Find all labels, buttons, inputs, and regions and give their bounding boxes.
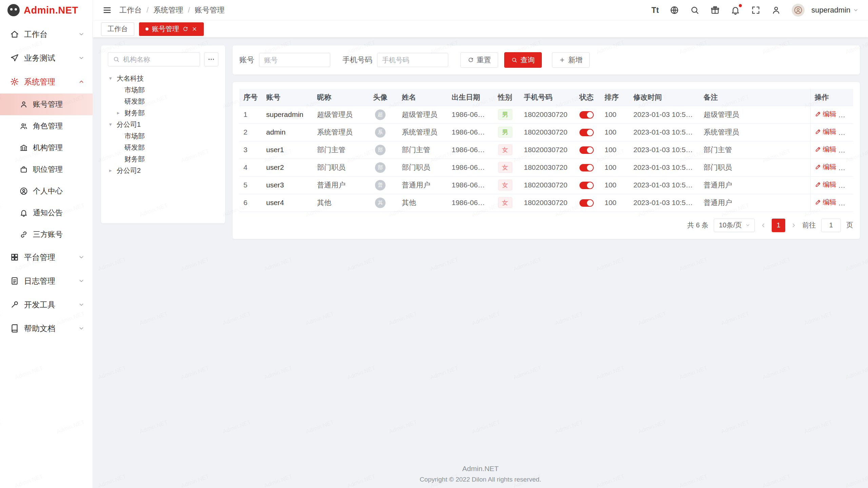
status-toggle[interactable] [579,129,594,136]
topbar: 工作台 / 系统管理 / 账号管理 Tt superadmin [93,0,868,20]
next-page-button[interactable] [791,222,797,228]
edit-button[interactable]: 编辑 [815,162,836,171]
sidebar-subitem-account-mgmt[interactable]: 账号管理 [0,94,93,115]
status-toggle[interactable] [579,182,594,189]
sidebar-subitem-role-mgmt[interactable]: 角色管理 [0,115,93,137]
sidebar-subitem-org-mgmt[interactable]: 机构管理 [0,137,93,159]
right-column: 账号 手机号码 重置 [233,45,860,239]
more-dots-icon [844,111,850,118]
search-icon[interactable] [690,5,699,15]
status-toggle[interactable] [579,199,594,207]
edit-icon [815,129,821,135]
chevron-up-icon [78,79,84,85]
sidebar-item-help-docs[interactable]: 帮助文档 [0,317,93,340]
chevron-down-icon [78,254,84,260]
search-button[interactable]: 查询 [504,52,542,68]
breadcrumb-item[interactable]: 工作台 [119,5,142,15]
system-mgmt-submenu: 账号管理 角色管理 机构管理 职位管理 个人中心 [0,94,93,245]
sidebar-subitem-thirdparty-account[interactable]: 三方账号 [0,224,93,245]
status-toggle[interactable] [579,164,594,171]
query-panel: 账号 手机号码 重置 [233,45,860,75]
account-input[interactable] [264,56,325,64]
refresh-icon[interactable] [182,26,188,32]
hamburger-menu-icon[interactable] [102,5,112,15]
sidebar-item-system-mgmt[interactable]: 系统管理 [0,70,93,94]
row-more-button[interactable] [844,147,850,155]
tree-node[interactable]: 研发部 [108,142,218,153]
row-more-button[interactable] [844,200,850,207]
book-icon [10,324,19,333]
sidebar-item-workbench[interactable]: 工作台 [0,22,93,46]
fullscreen-icon[interactable] [751,5,761,15]
row-more-button[interactable] [844,111,850,119]
goto-page-input[interactable] [821,219,841,232]
grid-icon [10,253,19,262]
footer-title: Admin.NET [93,465,868,473]
add-button[interactable]: 新增 [552,52,590,68]
edit-button[interactable]: 编辑 [815,127,836,136]
row-more-button[interactable] [844,129,850,137]
chevron-down-icon [78,55,84,61]
globe-icon[interactable] [670,5,679,15]
tree-node[interactable]: 研发部 [108,96,218,107]
org-tree: 大名科技 市场部 研发部 财务部 分公司1 市场部 研发部 财务部 分公司2 [108,73,218,176]
font-size-icon[interactable]: Tt [651,6,659,15]
phone-label: 手机号码 [342,55,372,65]
building-icon [20,144,28,152]
tab-account-mgmt[interactable]: 账号管理 [139,22,204,36]
sidebar-item-dev-tools[interactable]: 开发工具 [0,293,93,317]
avatar[interactable] [792,4,805,17]
close-icon[interactable] [192,26,197,32]
caret-right-icon[interactable] [117,110,124,116]
row-more-button[interactable] [844,182,850,190]
edit-button[interactable]: 编辑 [815,198,836,207]
page-number-current[interactable]: 1 [772,219,785,232]
status-toggle[interactable] [579,146,594,154]
tree-node[interactable]: 财务部 [108,153,218,165]
tree-more-button[interactable] [204,52,218,66]
tree-node[interactable]: 分公司2 [108,165,218,176]
reset-button[interactable]: 重置 [460,52,498,68]
sidebar-item-business-test[interactable]: 业务测试 [0,46,93,70]
tree-node[interactable]: 分公司1 [108,119,218,130]
row-avatar: 其 [375,198,386,208]
sidebar-subitem-position-mgmt[interactable]: 职位管理 [0,159,93,180]
caret-down-icon[interactable] [109,75,117,81]
chevron-down-icon [745,223,750,228]
sidebar-item-log-mgmt[interactable]: 日志管理 [0,269,93,293]
gift-icon[interactable] [710,5,720,15]
tree-node[interactable]: 大名科技 [108,73,218,84]
org-search-input[interactable] [123,56,195,63]
sidebar-subitem-personal-center[interactable]: 个人中心 [0,180,93,202]
refresh-icon [468,57,474,63]
tree-node[interactable]: 财务部 [108,107,218,119]
prev-page-button[interactable] [760,222,766,228]
phone-input[interactable] [382,56,443,64]
user-icon [20,100,28,108]
profile-icon[interactable] [771,5,781,15]
sidebar-subitem-notice[interactable]: 通知公告 [0,202,93,224]
page-size-select[interactable]: 10条/页 [714,219,755,232]
edit-button[interactable]: 编辑 [815,109,836,119]
user-menu[interactable]: superadmin [811,6,859,15]
phone-field [377,53,448,67]
edit-icon [815,199,821,205]
edit-button[interactable]: 编辑 [815,180,836,189]
bell-icon[interactable] [731,5,740,15]
sidebar-item-platform-mgmt[interactable]: 平台管理 [0,245,93,269]
tree-node[interactable]: 市场部 [108,84,218,96]
tree-node[interactable]: 市场部 [108,130,218,142]
edit-icon [815,182,821,188]
gender-tag: 女 [498,197,512,208]
phone-query-item: 手机号码 [342,53,448,67]
caret-down-icon[interactable] [109,121,117,127]
caret-right-icon[interactable] [109,167,117,174]
tab-workbench[interactable]: 工作台 [101,22,134,36]
table-row: 4 user2 部门职员 部 部门职员 1986-06-28 女 1802003… [239,159,853,176]
row-more-button[interactable] [844,164,850,172]
status-toggle[interactable] [579,111,594,119]
username: superadmin [811,6,850,15]
edit-button[interactable]: 编辑 [815,145,836,154]
chevron-down-icon [853,7,859,13]
breadcrumb-item[interactable]: 系统管理 [153,5,183,15]
